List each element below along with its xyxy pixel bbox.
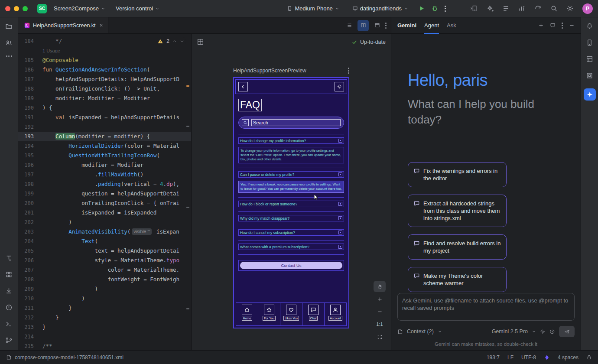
tab-ask[interactable]: Ask <box>447 17 456 34</box>
code-line[interactable]: 211 } <box>18 303 191 313</box>
git-branch-icon[interactable] <box>5 337 13 344</box>
caret-position[interactable]: 193:7 <box>487 354 500 361</box>
user-avatar[interactable]: P <box>582 3 593 14</box>
code-line[interactable]: 204 Text( <box>18 237 191 246</box>
faq-question-row[interactable]: Can I pause or delete my profile? <box>238 171 344 178</box>
maximize-window-button[interactable] <box>23 6 28 11</box>
notifications-bell-icon[interactable] <box>586 23 593 30</box>
context-selector[interactable]: Context (2) <box>407 328 434 335</box>
code-line[interactable]: 195 QuestionWithTrailingIconRow( <box>18 151 191 160</box>
code-line[interactable]: 214 <box>18 332 191 341</box>
contact-us-button[interactable]: Contact Us <box>240 262 342 269</box>
ai-actions-icon[interactable] <box>486 5 494 12</box>
line-ending[interactable]: LF <box>507 354 514 361</box>
code-line[interactable]: 188 onTrailingIconClick: () -> Unit, <box>18 84 191 94</box>
logcat-icon[interactable] <box>502 5 510 12</box>
code-line[interactable]: 196 modifier = Modifier <box>18 160 191 170</box>
code-line[interactable]: 189 modifier: Modifier = Modifier <box>18 94 191 103</box>
hide-panel-icon[interactable] <box>569 23 575 28</box>
search-bar[interactable]: Search <box>238 117 344 129</box>
project-menu[interactable]: Screen2Compose <box>50 3 109 13</box>
settings-gear-icon[interactable] <box>566 5 574 12</box>
text-tool-icon[interactable] <box>5 254 13 262</box>
code-line[interactable]: 194 HorizontalDivider(color = Material <box>18 141 191 151</box>
code-line[interactable]: 201 isExpanded = isExpanded <box>18 208 191 218</box>
file-encoding[interactable]: UTF-8 <box>521 354 536 361</box>
zoom-out-button[interactable] <box>374 306 386 317</box>
nav-item-home[interactable]: Home <box>236 303 258 325</box>
expand-icon[interactable] <box>338 139 342 143</box>
zoom-in-button[interactable] <box>374 293 386 305</box>
indent-setting[interactable]: 4 spaces <box>558 354 578 361</box>
plugin-diamond-icon[interactable] <box>544 354 550 361</box>
zoom-reset-button[interactable]: 1:1 <box>374 318 386 330</box>
code-line[interactable]: 200 onTrailingIconClick = { onTrai <box>18 198 191 208</box>
debug-button[interactable] <box>431 5 439 12</box>
search-input[interactable]: Search <box>251 119 341 126</box>
build-icon[interactable] <box>5 287 13 295</box>
nav-item-chat[interactable]: Chat <box>302 303 325 325</box>
code-line[interactable]: 209 ) <box>18 284 191 294</box>
code-line[interactable]: 199 question = helpAndSupportDetai <box>18 189 191 198</box>
code-line[interactable]: 203 AnimatedVisibility(visible = isExpan <box>18 227 191 237</box>
version-control-menu[interactable]: Version control <box>112 3 163 13</box>
profiler-icon[interactable] <box>518 5 526 12</box>
code-line[interactable]: 212 } <box>18 313 191 322</box>
code-line[interactable]: 213} <box>18 322 191 332</box>
app-inspection-icon[interactable] <box>586 72 593 79</box>
search-icon[interactable] <box>550 5 558 12</box>
code-line[interactable]: 190) { <box>18 103 191 113</box>
commit-users-icon[interactable] <box>5 39 13 46</box>
tab-helpandsupportscreen[interactable]: HelpAndSupportScreen.kt <box>18 17 108 33</box>
pan-hand-button[interactable] <box>374 281 386 292</box>
expand-icon[interactable] <box>338 172 342 176</box>
tab-agent[interactable]: Agent <box>424 17 439 34</box>
code-line[interactable]: 1 Usage <box>18 46 191 55</box>
device-selector[interactable]: Medium Phone <box>283 3 342 13</box>
gradle-sync-icon[interactable] <box>534 5 542 12</box>
code-line[interactable]: 208 fontWeight = FontWeigh <box>18 275 191 284</box>
suggestion-card[interactable]: Fix the warnings and errors in the edito… <box>408 162 507 187</box>
code-line[interactable]: 198 .padding(vertical = 4.dp), <box>18 179 191 189</box>
minimize-window-button[interactable] <box>14 6 19 11</box>
code-line[interactable]: 192 <box>18 122 191 132</box>
code-line[interactable]: 202 ) <box>18 218 191 227</box>
terminal-icon[interactable] <box>5 320 13 328</box>
suggestion-card[interactable]: Find and resolve build errors in my proj… <box>408 234 507 260</box>
back-button[interactable] <box>238 82 248 91</box>
faq-question-row[interactable]: What comes with a premium subscription? <box>238 244 344 250</box>
code-editor[interactable]: 184 */1 Usage185@Composable186fun Questi… <box>18 34 192 350</box>
preview-options-menu[interactable] <box>348 68 349 74</box>
code-line[interactable]: 206 style = MaterialTheme.typo <box>18 256 191 265</box>
code-line[interactable]: 205 text = helpAndSupportDetai <box>18 246 191 256</box>
conversations-icon[interactable] <box>550 23 556 28</box>
expand-icon[interactable] <box>338 202 342 206</box>
run-button[interactable] <box>418 5 425 12</box>
faq-question-row[interactable]: Why did my match disappear? <box>238 215 344 221</box>
layout-inspector-icon[interactable] <box>586 55 593 63</box>
grid-view-icon[interactable] <box>197 38 204 46</box>
gemini-options-menu[interactable] <box>562 23 563 29</box>
nav-item-likes-you[interactable]: Likes You <box>280 303 302 325</box>
inspection-widget[interactable]: 2 <box>156 37 186 45</box>
design-view-button[interactable] <box>371 20 383 31</box>
settings-button[interactable] <box>335 82 344 91</box>
send-button[interactable] <box>559 326 575 337</box>
previous-warning-icon[interactable] <box>172 39 177 43</box>
lock-icon[interactable] <box>586 354 592 360</box>
suggestion-card[interactable]: Extract all hardcoded strings from this … <box>408 195 507 227</box>
resource-manager-icon[interactable] <box>5 271 13 278</box>
faq-question-row[interactable]: How do I change my profile information? <box>238 137 344 144</box>
run-more-menu[interactable] <box>445 6 446 12</box>
prompt-settings-icon[interactable] <box>540 329 546 335</box>
code-view-button[interactable] <box>344 20 355 31</box>
faq-question-row[interactable]: How do I cancel my subscription? <box>238 229 344 236</box>
gemini-tool-button[interactable] <box>584 88 596 101</box>
suggestion-card[interactable]: Make my Theme's color scheme warmer <box>408 267 507 292</box>
code-line[interactable]: 197 .fillMaxWidth() <box>18 170 191 179</box>
code-line[interactable]: 193 Column(modifier = modifier) { <box>18 132 191 141</box>
code-line[interactable]: 215/** <box>18 341 191 350</box>
code-line[interactable]: 185@Composable <box>18 55 191 65</box>
faq-question-row[interactable]: How do I block or report someone? <box>238 201 344 207</box>
history-icon[interactable] <box>549 329 555 335</box>
